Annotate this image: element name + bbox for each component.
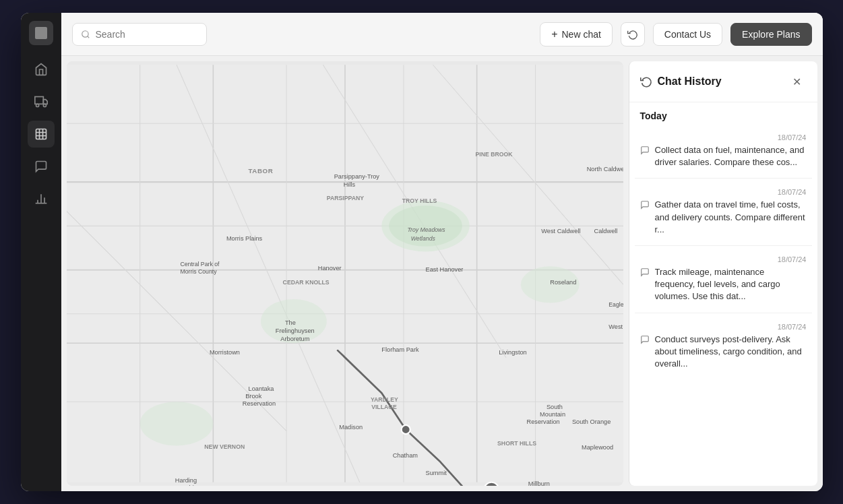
- sidebar-item-map[interactable]: [28, 121, 55, 148]
- svg-rect-0: [34, 97, 43, 104]
- home-icon: [34, 63, 48, 76]
- chat-item-date: 18/07/24: [640, 255, 807, 263]
- chat-list-item[interactable]: 18/07/24 Collect data on fuel, maintenan…: [635, 127, 812, 175]
- svg-text:Township: Township: [171, 484, 197, 486]
- svg-point-3: [43, 104, 46, 106]
- chat-bubble-icon: [640, 335, 650, 344]
- svg-text:Madison: Madison: [339, 424, 363, 431]
- explore-plans-label: Explore Plans: [742, 29, 800, 40]
- chat-bubble-icon: [640, 200, 650, 210]
- svg-text:Livingston: Livingston: [499, 349, 527, 356]
- panel-title-group: Chat History: [640, 75, 722, 88]
- message-icon: [34, 160, 48, 173]
- svg-text:NEW VERNON: NEW VERNON: [204, 443, 245, 450]
- svg-text:Hills: Hills: [343, 181, 355, 188]
- svg-point-39: [401, 425, 410, 434]
- chat-item-date: 18/07/24: [640, 133, 807, 141]
- sidebar: [21, 13, 61, 491]
- svg-point-2: [36, 104, 38, 106]
- history-panel-icon: [640, 75, 652, 88]
- svg-text:Arboretum: Arboretum: [280, 336, 309, 342]
- chat-list-item[interactable]: 18/07/24 Track mileage, maintenance freq…: [635, 249, 812, 310]
- svg-text:South: South: [546, 404, 562, 410]
- svg-text:Harding: Harding: [175, 477, 196, 484]
- svg-text:East Hanover: East Hanover: [425, 266, 463, 273]
- svg-text:West Orang...: West Orang...: [608, 323, 623, 330]
- panel-title: Chat History: [658, 75, 722, 88]
- chat-list-item[interactable]: 18/07/24 Gather data on travel time, fue…: [635, 181, 812, 243]
- svg-text:Hanover: Hanover: [317, 265, 341, 272]
- explore-plans-button[interactable]: Explore Plans: [730, 23, 811, 46]
- sidebar-item-chat[interactable]: [28, 153, 55, 180]
- svg-text:South Orange: South Orange: [571, 418, 610, 425]
- svg-text:YARDLEY: YARDLEY: [371, 396, 398, 403]
- history-icon: [627, 29, 638, 40]
- chat-item-text: Track mileage, maintenance frequency, fu…: [655, 266, 807, 303]
- chat-item-text: Gather data on travel time, fuel costs, …: [655, 199, 807, 236]
- map-svg: TABOR Parsippany-Troy Hills PINE BROOK N…: [67, 61, 623, 486]
- svg-text:Reservation: Reservation: [242, 400, 275, 407]
- search-input[interactable]: [96, 29, 198, 40]
- svg-text:PARSIPPANY: PARSIPPANY: [326, 195, 363, 201]
- svg-text:VILLAGE: VILLAGE: [371, 404, 397, 410]
- svg-text:The: The: [284, 319, 295, 326]
- svg-point-40: [484, 482, 499, 486]
- new-chat-button[interactable]: + New chat: [540, 22, 613, 46]
- svg-text:PINE BROOK: PINE BROOK: [475, 151, 513, 158]
- chat-divider: [635, 245, 812, 246]
- contact-us-button[interactable]: Contact Us: [653, 23, 722, 46]
- svg-text:TABOR: TABOR: [248, 167, 273, 175]
- svg-text:Frelinghuysen: Frelinghuysen: [275, 327, 314, 334]
- svg-text:Caldwell: Caldwell: [594, 228, 617, 234]
- svg-marker-1: [43, 100, 47, 104]
- svg-text:Reservation: Reservation: [526, 418, 559, 425]
- svg-text:Morristown: Morristown: [209, 349, 239, 356]
- chart-icon: [34, 192, 48, 206]
- chat-bubble-icon: [640, 267, 650, 277]
- svg-point-38: [139, 402, 213, 445]
- svg-text:Loantaka: Loantaka: [248, 385, 274, 392]
- search-icon: [81, 30, 90, 39]
- content-area: TABOR Parsippany-Troy Hills PINE BROOK N…: [61, 56, 823, 491]
- sidebar-item-analytics[interactable]: [28, 185, 55, 212]
- chat-divider: [635, 313, 812, 313]
- sidebar-item-fleet[interactable]: [28, 88, 55, 115]
- svg-text:Morris County: Morris County: [180, 268, 217, 275]
- svg-text:Roseland: Roseland: [550, 279, 576, 286]
- svg-text:Troy Meadows: Troy Meadows: [407, 226, 445, 233]
- chat-list-item[interactable]: 18/07/24 Conduct surveys post-delivery. …: [635, 316, 812, 377]
- svg-text:Parsippany-Troy: Parsippany-Troy: [334, 173, 379, 180]
- chat-history-panel: Chat History ✕ Today 18/07/24 Collect da…: [629, 61, 817, 486]
- svg-text:Central Park of: Central Park of: [180, 261, 220, 267]
- svg-point-13: [82, 30, 88, 36]
- svg-text:TROY HILLS: TROY HILLS: [402, 197, 437, 204]
- history-button[interactable]: [621, 22, 645, 46]
- chat-item-date: 18/07/24: [640, 188, 807, 196]
- map-area[interactable]: TABOR Parsippany-Troy Hills PINE BROOK N…: [67, 61, 623, 486]
- search-container[interactable]: [72, 23, 207, 46]
- truck-icon: [34, 95, 48, 108]
- main-content: + New chat Contact Us Explore Plans: [61, 13, 823, 491]
- svg-line-14: [87, 36, 89, 38]
- app-logo[interactable]: [29, 21, 53, 45]
- new-chat-label: New chat: [562, 29, 601, 40]
- svg-text:Maplewood: Maplewood: [582, 444, 613, 451]
- svg-text:CEDAR KNOLLS: CEDAR KNOLLS: [282, 279, 329, 286]
- panel-close-button[interactable]: ✕: [788, 72, 807, 91]
- svg-text:Millburn: Millburn: [528, 480, 549, 486]
- panel-header: Chat History ✕: [629, 61, 817, 102]
- svg-rect-4: [36, 129, 46, 139]
- svg-text:Summit: Summit: [425, 470, 447, 476]
- svg-text:SHORT HILLS: SHORT HILLS: [497, 440, 536, 447]
- app-window: + New chat Contact Us Explore Plans: [21, 13, 823, 491]
- svg-text:Mountain: Mountain: [540, 411, 565, 418]
- svg-text:Eagle Ro...: Eagle Ro...: [608, 301, 623, 308]
- chat-item-date: 18/07/24: [640, 323, 807, 331]
- chat-item-text: Conduct surveys post-delivery. Ask about…: [655, 334, 807, 371]
- chat-divider: [635, 178, 812, 179]
- svg-text:North Caldwell: North Caldwell: [586, 166, 623, 172]
- map-icon: [34, 127, 48, 141]
- chat-list: 18/07/24 Collect data on fuel, maintenan…: [629, 127, 817, 486]
- sidebar-item-home[interactable]: [28, 56, 55, 83]
- header: + New chat Contact Us Explore Plans: [61, 13, 823, 56]
